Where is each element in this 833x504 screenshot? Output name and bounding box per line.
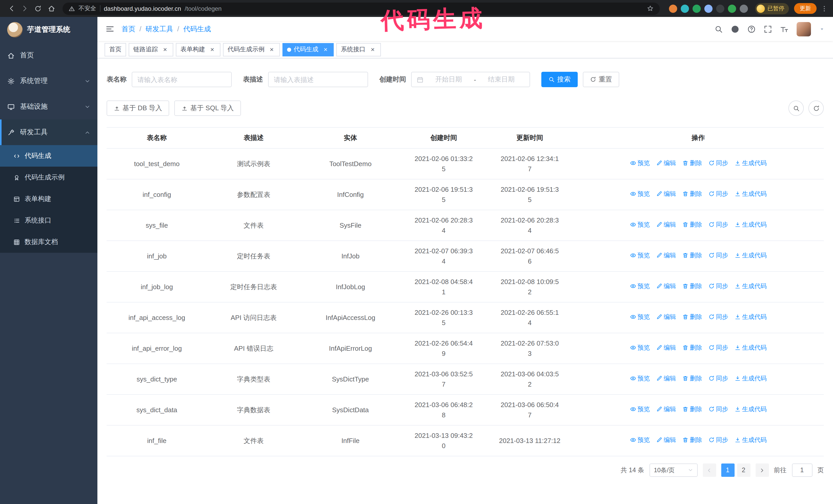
sync-action[interactable]: 同步 — [708, 405, 728, 414]
close-icon[interactable]: × — [322, 46, 329, 53]
generate-action[interactable]: 生成代码 — [734, 220, 767, 230]
delete-action[interactable]: 删除 — [682, 312, 702, 322]
import-sql-button[interactable]: 基于 SQL 导入 — [174, 100, 241, 116]
generate-action[interactable]: 生成代码 — [734, 189, 767, 199]
delete-action[interactable]: 删除 — [682, 405, 702, 414]
avatar-caret-icon[interactable] — [819, 26, 825, 32]
help-icon[interactable] — [747, 25, 756, 33]
close-icon[interactable]: × — [268, 46, 275, 53]
sidebar-subitem-codegen[interactable]: 代码生成 — [0, 145, 97, 167]
delete-action[interactable]: 删除 — [682, 220, 702, 230]
refresh-table-button[interactable] — [808, 100, 824, 116]
goto-page-input[interactable] — [792, 463, 812, 477]
prev-page-button[interactable] — [703, 463, 716, 477]
preview-action[interactable]: 预览 — [630, 159, 650, 168]
reset-button[interactable]: 重置 — [583, 72, 619, 87]
page-2-button[interactable]: 2 — [737, 463, 750, 477]
browser-menu-icon[interactable] — [821, 5, 828, 12]
tab-tracer[interactable]: 链路追踪× — [129, 43, 173, 56]
tab-codegen-example[interactable]: 代码生成示例× — [223, 43, 280, 56]
edit-action[interactable]: 编辑 — [656, 282, 676, 291]
browser-reload-button[interactable] — [32, 2, 44, 15]
sync-action[interactable]: 同步 — [708, 220, 728, 230]
edit-action[interactable]: 编辑 — [656, 159, 676, 168]
create-time-range-picker[interactable]: 开始日期 - 结束日期 — [411, 72, 530, 87]
browser-forward-button[interactable] — [19, 2, 31, 15]
address-bar[interactable]: 不安全 dashboard.yudao.iocoder.cn/tool/code… — [63, 2, 660, 15]
dark-extension-icon[interactable] — [716, 4, 724, 13]
sidebar-item-home[interactable]: 首页 — [0, 43, 97, 68]
preview-action[interactable]: 预览 — [630, 282, 650, 291]
sync-action[interactable]: 同步 — [708, 436, 728, 445]
browser-home-button[interactable] — [45, 2, 57, 15]
import-db-button[interactable]: 基于 DB 导入 — [106, 100, 169, 116]
close-icon[interactable]: × — [209, 46, 216, 53]
preview-action[interactable]: 预览 — [630, 374, 650, 383]
preview-action[interactable]: 预览 — [630, 312, 650, 322]
chrome-update-button[interactable]: 更新 — [794, 3, 816, 14]
tab-api[interactable]: 系统接口× — [336, 43, 381, 56]
edit-action[interactable]: 编辑 — [656, 220, 676, 230]
sync-action[interactable]: 同步 — [708, 189, 728, 199]
header-search-icon[interactable] — [715, 25, 723, 33]
delete-action[interactable]: 删除 — [682, 374, 702, 383]
preview-action[interactable]: 预览 — [630, 220, 650, 230]
font-size-icon[interactable] — [780, 25, 788, 33]
profile-paused-chip[interactable]: 已暂停 — [755, 3, 789, 14]
breadcrumb-home[interactable]: 首页 — [121, 24, 135, 33]
leaf-extension-icon[interactable] — [728, 4, 736, 13]
drop-extension-icon[interactable] — [681, 4, 689, 13]
tab-home[interactable]: 首页 — [104, 43, 126, 56]
preview-action[interactable]: 预览 — [630, 189, 650, 199]
sidebar-subitem-form-build[interactable]: 表单构建 — [0, 188, 97, 210]
sidebar-subitem-db-doc[interactable]: 数据库文档 — [0, 231, 97, 253]
tab-codegen[interactable]: 代码生成× — [282, 43, 334, 56]
page-1-button[interactable]: 1 — [721, 463, 734, 477]
next-page-button[interactable] — [755, 463, 769, 477]
hamburger-icon[interactable] — [105, 25, 114, 33]
fullscreen-icon[interactable] — [764, 25, 772, 33]
sidebar-subitem-api[interactable]: 系统接口 — [0, 210, 97, 231]
fox-extension-icon[interactable] — [669, 4, 677, 13]
generate-action[interactable]: 生成代码 — [734, 405, 767, 414]
preview-action[interactable]: 预览 — [630, 251, 650, 260]
delete-action[interactable]: 删除 — [682, 282, 702, 291]
people-extension-icon[interactable] — [704, 4, 713, 13]
delete-action[interactable]: 删除 — [682, 251, 702, 260]
close-icon[interactable]: × — [369, 46, 376, 53]
table-name-input[interactable] — [132, 72, 232, 87]
generate-action[interactable]: 生成代码 — [734, 282, 767, 291]
edit-action[interactable]: 编辑 — [656, 343, 676, 353]
sync-action[interactable]: 同步 — [708, 282, 728, 291]
sidebar-subitem-codegen-example[interactable]: 代码生成示例 — [0, 167, 97, 188]
edit-action[interactable]: 编辑 — [656, 436, 676, 445]
edit-action[interactable]: 编辑 — [656, 374, 676, 383]
close-icon[interactable]: × — [162, 46, 169, 53]
search-button[interactable]: 搜索 — [541, 72, 578, 87]
check-extension-icon[interactable] — [693, 4, 701, 13]
edit-action[interactable]: 编辑 — [656, 189, 676, 199]
edit-action[interactable]: 编辑 — [656, 405, 676, 414]
delete-action[interactable]: 删除 — [682, 436, 702, 445]
puzzle-extension-icon[interactable] — [740, 4, 748, 13]
edit-action[interactable]: 编辑 — [656, 312, 676, 322]
bookmark-star-icon[interactable] — [647, 5, 653, 12]
page-size-select[interactable]: 10条/页 — [649, 463, 697, 477]
app-logo[interactable]: 芋道管理系统 — [0, 17, 97, 43]
sidebar-item-infra[interactable]: 基础设施 — [0, 94, 97, 119]
generate-action[interactable]: 生成代码 — [734, 374, 767, 383]
tab-form-build[interactable]: 表单构建× — [176, 43, 220, 56]
browser-back-button[interactable] — [5, 2, 18, 15]
preview-action[interactable]: 预览 — [630, 436, 650, 445]
delete-action[interactable]: 删除 — [682, 159, 702, 168]
generate-action[interactable]: 生成代码 — [734, 312, 767, 322]
preview-action[interactable]: 预览 — [630, 405, 650, 414]
github-icon[interactable] — [731, 25, 739, 33]
sync-action[interactable]: 同步 — [708, 312, 728, 322]
user-avatar[interactable] — [796, 22, 811, 36]
sync-action[interactable]: 同步 — [708, 159, 728, 168]
generate-action[interactable]: 生成代码 — [734, 251, 767, 260]
generate-action[interactable]: 生成代码 — [734, 159, 767, 168]
sync-action[interactable]: 同步 — [708, 343, 728, 353]
sync-action[interactable]: 同步 — [708, 251, 728, 260]
